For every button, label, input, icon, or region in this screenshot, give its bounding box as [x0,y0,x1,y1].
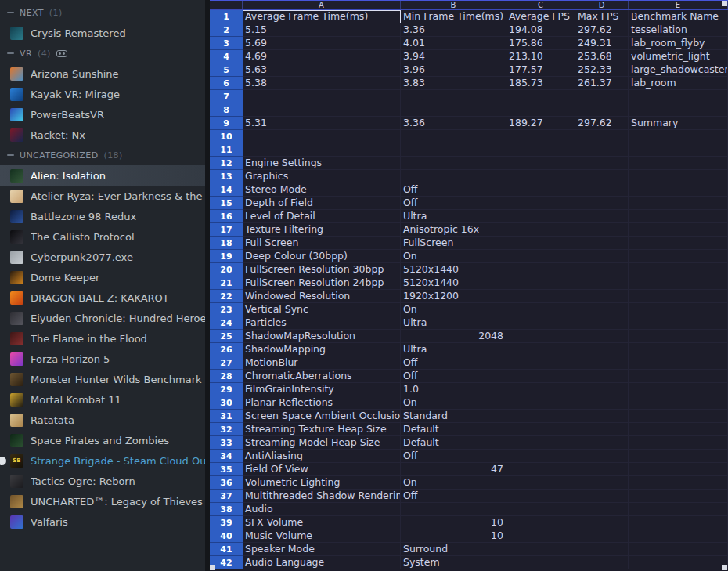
game-item[interactable]: DRAGON BALL Z: KAKAROT [0,287,205,308]
sheet-cell[interactable]: On [401,476,506,490]
sheet-cell[interactable]: volumetric_light [629,50,728,63]
sheet-cell[interactable] [506,476,575,490]
sheet-cell[interactable]: Ultra [401,343,506,356]
sheet-cell[interactable]: Average FPS [506,10,575,23]
sheet-cell[interactable] [506,103,575,117]
sheet-cell[interactable] [629,130,728,143]
sheet-cell[interactable]: Average Frame Time(ms) [243,10,401,23]
sheet-cell[interactable] [575,157,629,170]
sheet-cell[interactable] [629,250,728,263]
game-item[interactable]: Mortal Kombat 11 [0,389,205,410]
row-header[interactable]: 31 [210,410,243,423]
sheet-cell[interactable]: Streaming Model Heap Size [243,436,401,450]
sheet-cell[interactable]: 5120x1440 [401,263,506,276]
sheet-cell[interactable] [506,436,575,450]
sheet-cell[interactable] [629,450,728,463]
sheet-cell[interactable]: Windowed Resolution [243,290,401,303]
game-item[interactable]: Crysis Remastered [0,23,205,43]
sheet-cell[interactable]: Music Volume [243,529,401,543]
row-header[interactable]: 34 [210,450,243,463]
sheet-cell[interactable]: 3.36 [401,23,506,37]
sheet-cell[interactable]: SFX Volume [243,516,401,529]
sheet-cell[interactable] [575,103,629,117]
sheet-cell[interactable] [506,130,575,143]
row-header[interactable]: 37 [210,490,243,503]
sheet-cell[interactable] [506,237,575,250]
sheet-cell[interactable] [629,410,728,423]
sheet-cell[interactable]: Min Frame Time(ms) [401,10,506,23]
sheet-cell[interactable] [575,503,629,516]
sheet-cell[interactable]: Texture Filtering [243,223,401,237]
column-header-d[interactable]: D [575,1,629,9]
sheet-cell[interactable]: 261.37 [575,77,629,90]
sheet-cell[interactable] [629,330,728,343]
category-header-next[interactable]: NEXT(1) [0,2,205,23]
sheet-cell[interactable] [506,370,575,383]
sheet-cell[interactable] [575,90,629,103]
row-header[interactable]: 22 [210,290,243,303]
sheet-cell[interactable]: lab_room [629,77,728,90]
row-header[interactable]: 1 [210,10,243,23]
game-item[interactable]: PowerBeatsVR [0,104,205,125]
sheet-cell[interactable] [506,423,575,436]
sheet-cell[interactable] [506,356,575,370]
row-header[interactable]: 15 [210,197,243,210]
sheet-cell[interactable]: Default [401,436,506,450]
row-header[interactable]: 12 [210,157,243,170]
sheet-cell[interactable] [575,356,629,370]
sheet-cell[interactable] [506,250,575,263]
sheet-cell[interactable] [575,290,629,303]
sheet-cell[interactable] [506,276,575,290]
row-header[interactable]: 13 [210,170,243,183]
sheet-cell[interactable] [629,263,728,276]
sheet-cell[interactable] [243,103,401,117]
sheet-cell[interactable]: Off [401,450,506,463]
game-item[interactable]: Battlezone 98 Redux [0,206,205,226]
game-item[interactable]: UNCHARTED™: Legacy of Thieves Co [0,491,205,511]
sheet-cell[interactable] [401,130,506,143]
sheet-cell[interactable]: Off [401,370,506,383]
row-header[interactable]: 39 [210,516,243,529]
row-header[interactable]: 17 [210,223,243,237]
sheet-cell[interactable]: 1.0 [401,383,506,396]
sheet-cell[interactable]: 5.38 [243,77,401,90]
sheet-cell[interactable] [629,103,728,117]
scrollbar-arrow[interactable] [210,565,215,570]
row-header[interactable]: 4 [210,50,243,63]
row-header[interactable]: 18 [210,237,243,250]
sheet-cell[interactable]: Level of Detail [243,210,401,223]
game-item[interactable]: Eiyuden Chronicle: Hundred Heroes [0,308,205,328]
sheet-cell[interactable] [401,90,506,103]
sheet-cell[interactable] [629,237,728,250]
sheet-cell[interactable] [629,356,728,370]
row-header[interactable]: 8 [210,103,243,117]
sheet-cell[interactable]: Audio [243,503,401,516]
sheet-cell[interactable]: 5.31 [243,117,401,130]
sheet-cell[interactable]: Speaker Mode [243,543,401,556]
sheet-cell[interactable]: 3.83 [401,77,506,90]
column-header-c[interactable]: C [506,1,575,9]
sheet-cell[interactable] [575,197,629,210]
sheet-cell[interactable] [629,463,728,476]
row-header[interactable]: 28 [210,370,243,383]
sheet-cell[interactable]: Graphics [243,170,401,183]
sheet-cell[interactable] [506,197,575,210]
row-header[interactable]: 25 [210,330,243,343]
sheet-cell[interactable]: 297.62 [575,23,629,37]
sheet-cell[interactable] [629,90,728,103]
sheet-cell[interactable] [575,130,629,143]
category-header-uncategorized[interactable]: UNCATEGORIZED(18) [0,145,205,165]
sheet-cell[interactable]: 3.94 [401,50,506,63]
column-header-a[interactable]: A [243,1,401,9]
sheet-cell[interactable]: 5.15 [243,23,401,37]
sheet-cell[interactable]: Benchmark Name [629,10,728,23]
sheet-cell[interactable] [575,183,629,197]
sheet-cell[interactable] [629,556,728,569]
game-item[interactable]: Ratatata [0,410,205,430]
sheet-cell[interactable] [575,370,629,383]
scrollbar-arrow[interactable] [722,1,727,6]
game-item[interactable]: Cyberpunk2077.exe [0,247,205,267]
column-header-e[interactable]: E [629,1,728,9]
sheet-cell[interactable]: ChromaticAberrations [243,370,401,383]
sheet-cell[interactable]: FilmGrainIntensity [243,383,401,396]
